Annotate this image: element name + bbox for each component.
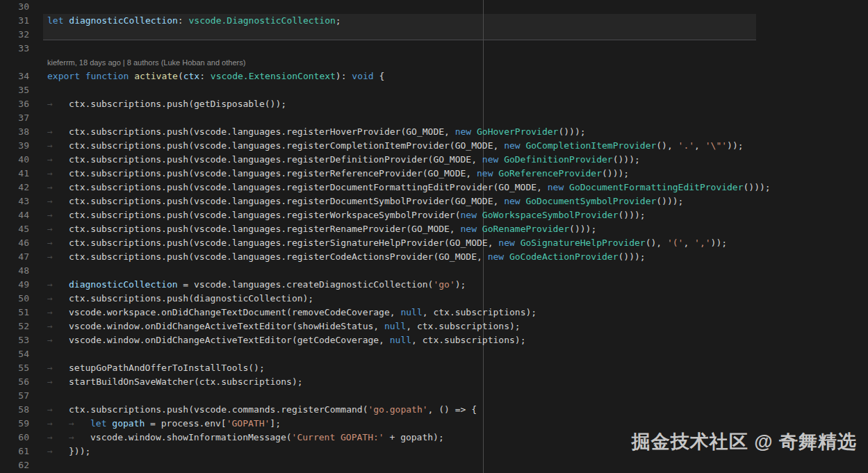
code-content: →ctx.subscriptions.push(vscode.languages… (43, 236, 727, 250)
code-line[interactable]: 40→ctx.subscriptions.push(vscode.languag… (0, 153, 868, 167)
line-number[interactable]: 60 (0, 431, 43, 445)
line-number[interactable]: 43 (0, 194, 43, 208)
code-area: 3031let diagnosticCollection: vscode.Dia… (0, 0, 868, 472)
line-number[interactable]: 32 (0, 28, 43, 42)
code-content: →→vscode.window.showInformationMessage('… (43, 431, 444, 445)
line-number[interactable]: 54 (0, 347, 43, 361)
code-token: ( (178, 71, 183, 81)
code-token: (), (646, 238, 667, 248)
code-line[interactable]: 44→ctx.subscriptions.push(vscode.languag… (0, 208, 868, 222)
code-token: vscode.workspace.onDidChangeTextDocument… (69, 307, 400, 317)
code-line[interactable]: 42→ctx.subscriptions.push(vscode.languag… (0, 181, 868, 194)
codelens-row[interactable]: kieferrm, 18 days ago | 8 authors (Luke … (0, 56, 868, 69)
code-line[interactable]: 56→startBuildOnSaveWatcher(ctx.subscript… (0, 375, 868, 389)
code-content: →ctx.subscriptions.push(vscode.commands.… (43, 403, 477, 417)
codelens-annotation[interactable]: kieferrm, 18 days ago | 8 authors (Luke … (43, 56, 245, 69)
line-number[interactable]: 41 (0, 167, 43, 181)
code-token: 'go' (433, 279, 455, 290)
line-number[interactable]: 46 (0, 236, 43, 250)
line-number[interactable]: 30 (0, 0, 43, 14)
line-number[interactable]: 61 (0, 445, 43, 458)
line-number[interactable]: 58 (0, 403, 43, 417)
line-number[interactable]: 47 (0, 250, 43, 264)
line-number[interactable]: 62 (0, 458, 43, 472)
line-number[interactable]: 42 (0, 181, 43, 194)
line-number[interactable]: 45 (0, 222, 43, 236)
line-number[interactable]: 34 (0, 69, 43, 83)
code-line[interactable]: 41→ctx.subscriptions.push(vscode.languag… (0, 167, 868, 181)
code-line[interactable]: 39→ctx.subscriptions.push(vscode.languag… (0, 139, 868, 153)
code-line[interactable]: 50→ctx.subscriptions.push(diagnosticColl… (0, 292, 868, 306)
tab-whitespace-arrow: → (47, 375, 69, 389)
code-token: new (504, 196, 525, 206)
line-number[interactable]: 33 (0, 42, 43, 56)
code-line[interactable]: 55→setupGoPathAndOfferToInstallTools(); (0, 361, 868, 375)
code-content: →startBuildOnSaveWatcher(ctx.subscriptio… (43, 375, 303, 389)
line-number[interactable]: 44 (0, 208, 43, 222)
code-token: null (384, 321, 406, 331)
line-number[interactable]: 56 (0, 375, 43, 389)
line-number[interactable]: 31 (0, 14, 43, 28)
code-line[interactable]: 47→ctx.subscriptions.push(vscode.languag… (0, 250, 868, 264)
code-line[interactable]: 49→diagnosticCollection = vscode.languag… (0, 278, 868, 292)
tab-whitespace-arrow: → (47, 153, 69, 167)
code-token: vscode.window.showInformationMessage( (90, 432, 292, 442)
code-line[interactable]: 59→→let gopath = process.env['GOPATH']; (0, 417, 868, 431)
code-token: vscode.window.onDidChangeActiveTextEdito… (69, 321, 384, 331)
code-content (43, 83, 47, 97)
line-number[interactable]: 40 (0, 153, 43, 167)
code-content (43, 389, 47, 403)
code-line[interactable]: 58→ctx.subscriptions.push(vscode.command… (0, 403, 868, 417)
line-number[interactable]: 50 (0, 292, 43, 306)
code-token: vscode.DiagnosticCollection (189, 15, 336, 26)
code-line[interactable]: 51→vscode.workspace.onDidChangeTextDocum… (0, 306, 868, 320)
code-line[interactable]: 33 (0, 42, 868, 56)
code-line[interactable]: 62 (0, 458, 868, 472)
line-number (0, 56, 43, 69)
code-line[interactable]: 54 (0, 347, 868, 361)
code-token: startBuildOnSaveWatcher(ctx.subscription… (69, 376, 303, 387)
code-line[interactable]: 46→ctx.subscriptions.push(vscode.languag… (0, 236, 868, 250)
line-number[interactable]: 51 (0, 306, 43, 320)
code-line[interactable]: 30 (0, 0, 868, 14)
line-number[interactable]: 37 (0, 111, 43, 125)
line-number[interactable]: 59 (0, 417, 43, 431)
code-line[interactable]: 48 (0, 264, 868, 278)
code-token: ctx.subscriptions.push(vscode.languages.… (69, 154, 482, 165)
code-line[interactable]: 43→ctx.subscriptions.push(vscode.languag… (0, 194, 868, 208)
code-token: setupGoPathAndOfferToInstallTools(); (69, 363, 265, 373)
code-token: , () => { (428, 404, 477, 415)
code-content: →ctx.subscriptions.push(vscode.languages… (43, 139, 744, 153)
code-token: null (390, 335, 411, 345)
code-line[interactable]: 52→vscode.window.onDidChangeActiveTextEd… (0, 320, 868, 333)
code-line[interactable]: 32 (0, 28, 868, 42)
line-number[interactable]: 36 (0, 97, 43, 111)
code-token: ctx.subscriptions.push(diagnosticCollect… (69, 293, 313, 304)
code-content: →ctx.subscriptions.push(vscode.languages… (43, 194, 683, 208)
code-editor[interactable]: 3031let diagnosticCollection: vscode.Dia… (0, 0, 868, 473)
line-number[interactable]: 48 (0, 264, 43, 278)
line-number[interactable]: 38 (0, 125, 43, 139)
line-number[interactable]: 57 (0, 389, 43, 403)
code-line[interactable]: 57 (0, 389, 868, 403)
code-line[interactable]: 35 (0, 83, 868, 97)
line-number[interactable]: 39 (0, 139, 43, 153)
code-content: →ctx.subscriptions.push(vscode.languages… (43, 125, 586, 139)
code-line[interactable]: 37 (0, 111, 868, 125)
line-number[interactable]: 35 (0, 83, 43, 97)
code-token: GoCodeActionProvider (509, 251, 619, 262)
line-number[interactable]: 55 (0, 361, 43, 375)
code-line[interactable]: 31let diagnosticCollection: vscode.Diagn… (0, 14, 868, 28)
code-line[interactable]: 38→ctx.subscriptions.push(vscode.languag… (0, 125, 868, 139)
code-content: →ctx.subscriptions.push(vscode.languages… (43, 153, 640, 167)
code-token: })); (69, 446, 90, 456)
line-number[interactable]: 53 (0, 333, 43, 347)
code-token: ctx.subscriptions.push(vscode.languages.… (69, 210, 461, 220)
code-line[interactable]: 53→vscode.window.onDidChangeActiveTextEd… (0, 333, 868, 347)
code-line[interactable]: 34export function activate(ctx: vscode.E… (0, 69, 868, 83)
tab-whitespace-arrow: → (47, 306, 69, 320)
code-line[interactable]: 36→ctx.subscriptions.push(getDisposable(… (0, 97, 868, 111)
line-number[interactable]: 52 (0, 320, 43, 333)
code-line[interactable]: 45→ctx.subscriptions.push(vscode.languag… (0, 222, 868, 236)
line-number[interactable]: 49 (0, 278, 43, 292)
